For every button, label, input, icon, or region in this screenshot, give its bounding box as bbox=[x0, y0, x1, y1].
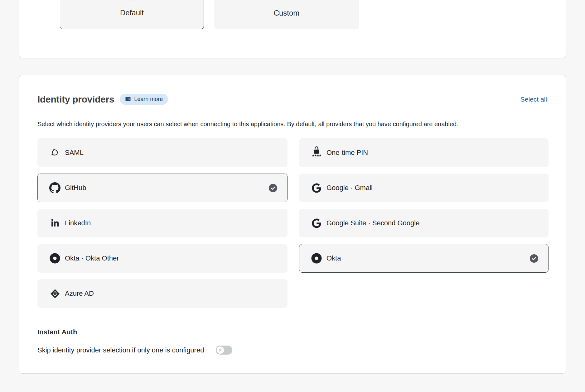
google-icon bbox=[311, 183, 322, 193]
identity-providers-header: Identity providers Learn more Select all bbox=[37, 94, 547, 105]
provider-column-right: **** One-time PIN Google · Gmail Google … bbox=[299, 138, 549, 308]
provider-label: LinkedIn bbox=[65, 219, 91, 227]
provider-row-okta[interactable]: Okta bbox=[299, 244, 549, 273]
learn-more-badge[interactable]: Learn more bbox=[120, 94, 168, 105]
identity-providers-description: Select which identity providers your use… bbox=[37, 121, 458, 128]
identity-providers-card: Identity providers Learn more Select all… bbox=[19, 75, 566, 374]
select-all-link[interactable]: Select all bbox=[520, 96, 547, 103]
svg-text:****: **** bbox=[312, 154, 321, 160]
azure-ad-icon bbox=[49, 289, 61, 299]
one-time-pin-icon: **** bbox=[311, 146, 322, 160]
plan-option-default[interactable]: Default bbox=[60, 0, 204, 29]
provider-row-google-gmail[interactable]: Google · Gmail bbox=[299, 174, 549, 202]
provider-row-saml[interactable]: SAML bbox=[37, 138, 288, 167]
provider-row-linkedin[interactable]: LinkedIn bbox=[37, 209, 288, 237]
plan-option-label: Default bbox=[120, 8, 144, 17]
okta-icon bbox=[49, 253, 61, 264]
learn-more-label: Learn more bbox=[134, 96, 163, 103]
instant-auth-section: Instant Auth Skip identity provider sele… bbox=[37, 328, 232, 355]
saml-icon bbox=[49, 148, 61, 157]
toggle-off-x-icon bbox=[217, 347, 224, 354]
provider-label: Google · Gmail bbox=[326, 184, 373, 192]
selected-check-icon bbox=[530, 254, 538, 263]
plan-option-label: Custom bbox=[274, 9, 300, 17]
provider-label: Okta bbox=[326, 254, 341, 262]
plan-card: Default Custom bbox=[19, 0, 566, 58]
linkedin-icon bbox=[49, 219, 61, 227]
okta-icon bbox=[311, 253, 322, 264]
provider-column-left: SAML GitHub LinkedIn Okta · Okta Other A… bbox=[37, 138, 288, 308]
instant-auth-toggle[interactable] bbox=[216, 346, 232, 355]
provider-label: Google Suite · Second Google bbox=[326, 219, 419, 227]
instant-auth-title: Instant Auth bbox=[37, 328, 232, 336]
selected-check-icon bbox=[269, 184, 277, 192]
provider-label: Okta · Okta Other bbox=[65, 254, 119, 262]
provider-row-azure-ad[interactable]: Azure AD bbox=[37, 279, 288, 308]
provider-row-okta-okta-other[interactable]: Okta · Okta Other bbox=[37, 244, 288, 273]
provider-row-google-suite-second-google[interactable]: Google Suite · Second Google bbox=[299, 209, 549, 237]
page-title: Identity providers bbox=[37, 94, 114, 105]
provider-row-github[interactable]: GitHub bbox=[37, 174, 288, 202]
provider-row-one-time-pin[interactable]: **** One-time PIN bbox=[299, 138, 549, 167]
provider-label: GitHub bbox=[65, 184, 86, 192]
github-icon bbox=[49, 182, 61, 194]
instant-auth-toggle-label: Skip identity provider selection if only… bbox=[37, 346, 204, 354]
provider-grid: SAML GitHub LinkedIn Okta · Okta Other A… bbox=[37, 138, 549, 308]
provider-label: SAML bbox=[65, 149, 84, 157]
google-icon bbox=[311, 218, 322, 228]
provider-label: Azure AD bbox=[65, 289, 94, 298]
book-icon bbox=[125, 97, 131, 102]
plan-option-custom[interactable]: Custom bbox=[214, 0, 359, 29]
provider-label: One-time PIN bbox=[326, 149, 368, 157]
